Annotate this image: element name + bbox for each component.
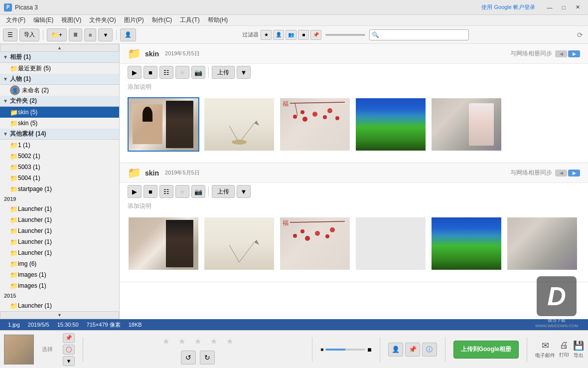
sidebar-item-skin2[interactable]: 📁 skin (5): [0, 118, 119, 129]
star-btn-2[interactable]: ★: [175, 185, 189, 198]
sidebar-item-launcher1[interactable]: 📁 Launcher (1): [0, 203, 119, 214]
add-note-1[interactable]: 添加说明: [120, 81, 588, 93]
rotate-cw[interactable]: ↻: [200, 351, 215, 365]
sidebar-item-launcher2[interactable]: 📁 Launcher (1): [0, 214, 119, 225]
menu-create[interactable]: 制作(C): [148, 15, 176, 25]
sidebar-item-5004[interactable]: 📁 5004 (1): [0, 173, 119, 184]
play-slideshow-1[interactable]: ▶: [128, 66, 142, 79]
google-login-link[interactable]: 使用 Google 帐户登录: [481, 3, 535, 11]
photo-thumb-2-1[interactable]: [128, 216, 199, 271]
sidebar-item-startpage[interactable]: 📁 startpage (1): [0, 184, 119, 194]
menu-folder[interactable]: 文件夹(O): [85, 15, 120, 25]
toggle-on-2[interactable]: ▶: [568, 170, 580, 177]
menu-tools[interactable]: 工具(T): [176, 15, 203, 25]
grid-view-button[interactable]: ≡: [84, 28, 96, 41]
add-note-2[interactable]: 添加说明: [120, 200, 588, 212]
menu-file[interactable]: 文件(F): [2, 15, 29, 25]
star-3[interactable]: ★: [191, 335, 205, 349]
collage-2[interactable]: ■: [144, 185, 157, 198]
sidebar-item-launcher-2015[interactable]: 📁 Launcher (1): [0, 300, 119, 311]
upload-dropdown-2[interactable]: ▼: [237, 185, 251, 198]
menu-view[interactable]: 视图(V): [57, 15, 85, 25]
photo-thumb-1-2[interactable]: [203, 97, 275, 152]
circle-button[interactable]: ◯: [63, 345, 75, 355]
sidebar-item-skin-selected[interactable]: 📁 skin (5): [0, 107, 119, 118]
toggle-off-1[interactable]: ◀: [555, 50, 567, 57]
folder-down-button[interactable]: ▼: [63, 356, 75, 366]
person-button[interactable]: 👤: [120, 28, 136, 41]
sidebar-item-5002[interactable]: 📁 5002 (1): [0, 151, 119, 162]
view-more-button[interactable]: ▼: [98, 28, 113, 41]
sidebar-item-launcher4[interactable]: 📁 Launcher (1): [0, 236, 119, 247]
photo-thumb-1-5[interactable]: [431, 97, 502, 152]
play-slideshow-2[interactable]: ▶: [128, 185, 142, 198]
sidebar-scroll-down[interactable]: ▼: [0, 311, 119, 319]
sidebar-item-1[interactable]: 📁 1 (1): [0, 140, 119, 151]
star-1[interactable]: ★: [159, 335, 173, 349]
pin-button[interactable]: 📌: [63, 333, 75, 343]
rotate-ccw[interactable]: ↺: [181, 351, 196, 365]
size-slider[interactable]: [325, 349, 365, 351]
sidebar-section-albums[interactable]: ▼ 相册 (1): [0, 52, 119, 63]
print-action[interactable]: 🖨 打印: [559, 340, 569, 359]
collage-1[interactable]: ■: [144, 66, 157, 79]
location-btn[interactable]: 📌: [405, 343, 420, 357]
sidebar-item-unnamed[interactable]: 👤 未命名 (2): [0, 85, 119, 96]
photo-thumb-2-2[interactable]: [203, 216, 275, 271]
star-btn-1[interactable]: ★: [175, 66, 189, 79]
upload-btn-1[interactable]: 上传: [212, 66, 235, 79]
photo-btn-1[interactable]: 📷: [191, 66, 205, 79]
info-btn[interactable]: ⓘ: [422, 343, 437, 357]
photo-thumb-2-5[interactable]: [431, 216, 502, 271]
star-2[interactable]: ★: [175, 335, 189, 349]
upload-google-button[interactable]: 上传到Google相册: [453, 341, 519, 359]
photo-thumb-2-4[interactable]: [355, 216, 427, 271]
export-action[interactable]: 💾 导出: [573, 340, 584, 359]
sidebar-item-launcher3[interactable]: 📁 Launcher (1): [0, 225, 119, 236]
sidebar-item-recent[interactable]: 📁 最近更新 (5): [0, 63, 119, 74]
filter-location[interactable]: 📌: [310, 30, 321, 40]
search-input[interactable]: [381, 32, 466, 38]
filter-tag[interactable]: ■: [298, 30, 309, 40]
sidebar-item-images2[interactable]: 📁 images (1): [0, 280, 119, 291]
upload-dropdown-1[interactable]: ▼: [237, 66, 251, 79]
add-folder-button[interactable]: 📁+: [47, 28, 67, 41]
sidebar-item-img[interactable]: 📁 img (6): [0, 258, 119, 269]
grid-btn-1[interactable]: ☷: [159, 66, 173, 79]
list-view-button[interactable]: ≣: [69, 28, 82, 41]
toggle-off-2[interactable]: ◀: [555, 170, 567, 177]
maximize-button[interactable]: □: [557, 2, 570, 12]
star-4[interactable]: ★: [207, 335, 221, 349]
filter-star[interactable]: ★: [261, 30, 272, 40]
sidebar-section-other[interactable]: ▼ 其他素材 (14): [0, 129, 119, 140]
face-detect-btn[interactable]: 👤: [388, 343, 403, 357]
menu-help[interactable]: 帮助(H): [204, 15, 232, 25]
sidebar-section-people[interactable]: ▼ 人物 (1): [0, 74, 119, 85]
import-button[interactable]: 导入: [19, 28, 39, 41]
filter-slider[interactable]: [325, 34, 365, 36]
sidebar-scroll-up[interactable]: ▲: [0, 44, 119, 52]
close-button[interactable]: ✕: [571, 2, 584, 12]
grid-btn-2[interactable]: ☷: [159, 185, 173, 198]
sidebar-item-images1[interactable]: 📁 images (1): [0, 269, 119, 280]
email-action[interactable]: ✉ 电子邮件: [535, 340, 555, 359]
photo-thumb-1-3[interactable]: 福: [279, 97, 351, 152]
filter-people[interactable]: 👥: [286, 30, 296, 40]
sidebar-section-folders[interactable]: ▼ 文件夹 (2): [0, 96, 119, 107]
minimize-button[interactable]: ―: [543, 2, 556, 12]
sidebar-item-launcher5[interactable]: 📁 Launcher (1): [0, 247, 119, 258]
photo-thumb-2-6[interactable]: [506, 216, 578, 271]
menu-picture[interactable]: 图片(P): [120, 15, 148, 25]
toggle-on-1[interactable]: ▶: [568, 50, 580, 57]
photo-thumb-1-1[interactable]: [128, 97, 199, 152]
mode-button[interactable]: ☰: [3, 28, 17, 41]
photo-thumb-2-3[interactable]: 福: [279, 216, 351, 271]
filter-face[interactable]: 👤: [273, 30, 284, 40]
upload-btn-2[interactable]: 上传: [212, 185, 235, 198]
photo-thumb-1-4[interactable]: [355, 97, 427, 152]
photo-btn-2[interactable]: 📷: [191, 185, 205, 198]
menu-edit[interactable]: 编辑(E): [29, 15, 57, 25]
star-5[interactable]: ★: [223, 335, 237, 349]
sidebar-item-5003[interactable]: 📁 5003 (1): [0, 162, 119, 173]
search-box[interactable]: 🔍: [369, 29, 469, 40]
